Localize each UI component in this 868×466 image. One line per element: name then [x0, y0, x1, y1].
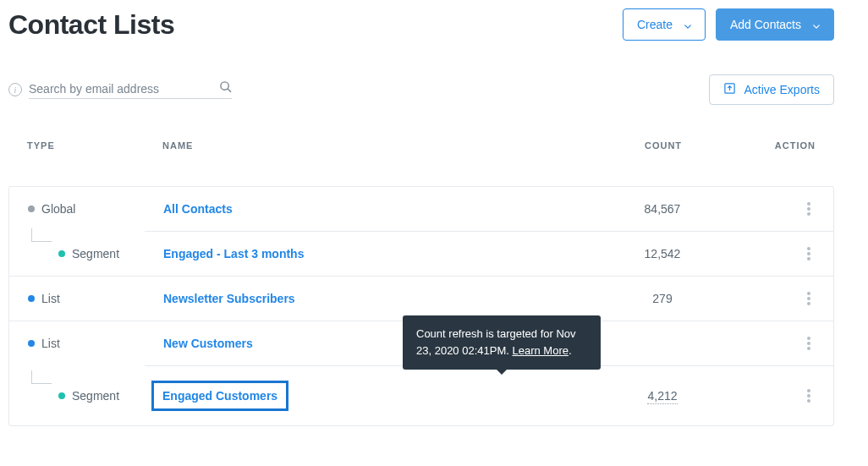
col-header-type: TYPE [27, 140, 162, 151]
create-button-label: Create [637, 18, 673, 31]
cell-type: List [28, 292, 163, 305]
count-value: 12,542 [645, 247, 681, 260]
segment-bullet-icon [58, 392, 65, 399]
cell-type: Segment [28, 389, 119, 403]
list-bullet-icon [28, 340, 35, 347]
count-value: 84,567 [645, 202, 681, 216]
tooltip-text-end: . [569, 344, 572, 357]
search-group: i [8, 80, 232, 99]
count-value[interactable]: 4,212 [647, 389, 677, 404]
tooltip-learn-more-link[interactable]: Learn More [512, 344, 568, 357]
cell-type: Segment [28, 247, 119, 260]
row-group: List New Customers Count refresh is targ… [9, 321, 833, 425]
list-name-link[interactable]: Newsletter Subscribers [163, 292, 295, 305]
list-name-link[interactable]: Engaged - Last 3 months [163, 247, 304, 260]
header-buttons: Create Add Contacts [623, 8, 834, 41]
type-label: Global [41, 202, 75, 216]
create-button[interactable]: Create [623, 8, 706, 41]
type-label: List [41, 292, 60, 305]
cell-type: List [28, 337, 163, 350]
add-contacts-button-label: Add Contacts [730, 18, 801, 31]
contact-lists-table: Global All Contacts 84,567 Segment Engag… [8, 186, 834, 426]
list-name-link[interactable]: Engaged Customers [162, 389, 277, 403]
tree-branch-icon [31, 370, 52, 384]
col-header-name: NAME [162, 140, 579, 151]
search-input[interactable] [29, 82, 219, 96]
row-action-menu[interactable] [803, 292, 815, 305]
global-bullet-icon [28, 206, 35, 212]
active-exports-button[interactable]: Active Exports [709, 74, 834, 105]
info-icon[interactable]: i [8, 83, 22, 96]
table-row: List Newsletter Subscribers 279 [9, 276, 833, 321]
row-action-menu[interactable] [803, 247, 815, 260]
list-name-link[interactable]: New Customers [163, 337, 253, 350]
count-refresh-tooltip: Count refresh is targeted for Nov 23, 20… [403, 315, 601, 370]
list-name-link[interactable]: All Contacts [163, 202, 233, 216]
chevron-down-icon [813, 18, 820, 31]
svg-line-1 [228, 89, 230, 91]
table-header: TYPE NAME COUNT ACTION [8, 129, 834, 162]
row-action-menu[interactable] [803, 337, 815, 350]
add-contacts-button[interactable]: Add Contacts [716, 8, 834, 41]
active-exports-label: Active Exports [744, 83, 820, 96]
highlight-box: Engaged Customers [151, 381, 288, 411]
row-action-menu[interactable] [803, 202, 815, 216]
chevron-down-icon [684, 18, 691, 31]
search-field[interactable] [29, 80, 232, 99]
row-action-menu[interactable] [803, 389, 815, 403]
tooltip-arrow-icon [497, 370, 507, 375]
export-icon [723, 82, 736, 97]
tree-branch-icon [31, 228, 52, 242]
col-header-count: COUNT [579, 140, 748, 151]
count-value: 279 [652, 292, 672, 305]
col-header-action: ACTION [748, 140, 816, 151]
row-group: Global All Contacts 84,567 Segment Engag… [9, 186, 833, 276]
table-row: Segment Engaged - Last 3 months 12,542 [145, 231, 833, 276]
table-row: List New Customers Count refresh is targ… [9, 321, 833, 365]
table-row: Segment Engaged Customers 4,212 [145, 365, 833, 425]
type-label: Segment [72, 247, 119, 260]
cell-type: Global [28, 202, 163, 216]
type-label: Segment [72, 389, 119, 403]
page-title: Contact Lists [8, 9, 174, 41]
segment-bullet-icon [58, 250, 65, 257]
table-row: Global All Contacts 84,567 [9, 186, 833, 231]
type-label: List [41, 337, 60, 350]
search-icon[interactable] [219, 80, 232, 96]
list-bullet-icon [28, 295, 35, 302]
